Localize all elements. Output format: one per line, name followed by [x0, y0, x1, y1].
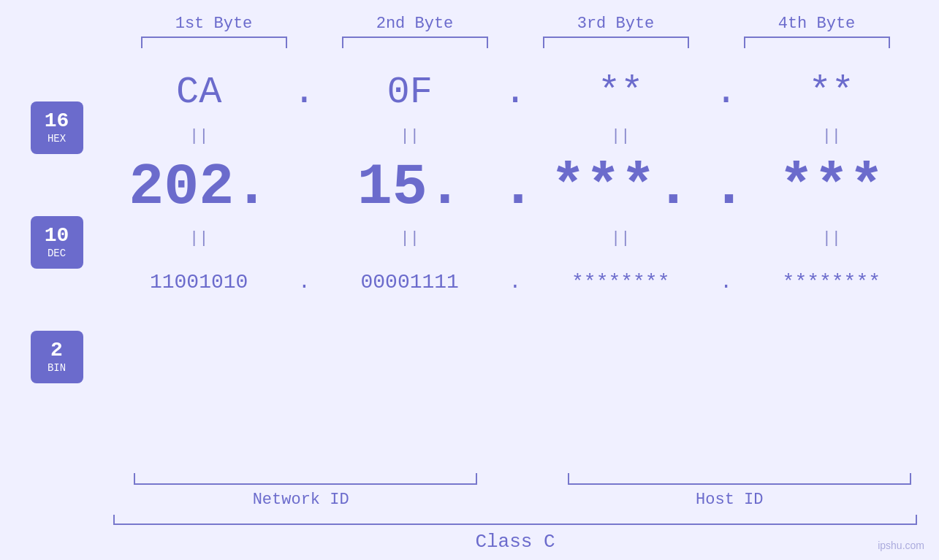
sep-2-1: ||	[118, 229, 279, 248]
header-row: 1st Byte 2nd Byte 3rd Byte 4th Byte	[113, 15, 939, 33]
badge-bin: 2 BIN	[31, 331, 83, 383]
page-container: 1st Byte 2nd Byte 3rd Byte 4th Byte 16 H…	[0, 0, 939, 560]
bottom-section: Network ID Host ID Class C	[113, 473, 939, 553]
byte-label-2: 2nd Byte	[335, 15, 495, 33]
bottom-brackets-row	[113, 473, 917, 485]
dec-dot-3: .	[712, 154, 741, 220]
top-bracket-2	[342, 37, 488, 48]
sep-1-3: ||	[540, 127, 701, 145]
badge-hex-number: 16	[45, 111, 69, 131]
badge-dec-label: DEC	[47, 248, 66, 259]
network-id-bracket-wrap	[126, 473, 477, 485]
class-label: Class C	[475, 531, 555, 553]
bin-val-3: ********	[540, 271, 701, 294]
dec-value-row: 202. 15. . ***. . ***	[113, 150, 917, 223]
byte-label-3: 3rd Byte	[536, 15, 696, 33]
hex-val-4: **	[751, 71, 912, 114]
byte-label-1: 1st Byte	[134, 15, 294, 33]
hex-value-row: CA . 0F . ** . **	[113, 63, 917, 121]
dec-val-3: ***.	[540, 154, 701, 220]
bin-val-4: ********	[751, 271, 912, 294]
bin-val-1: 11001010	[118, 271, 279, 294]
sep-row-1: || || || ||	[113, 121, 917, 150]
bin-dot-3: .	[712, 271, 741, 294]
sep-1-1: ||	[118, 127, 279, 145]
hex-dot-1: .	[289, 71, 319, 114]
sep-1-4: ||	[751, 127, 912, 145]
dec-val-2: 15.	[330, 154, 490, 220]
host-id-bracket	[568, 473, 911, 485]
hex-dot-3: .	[712, 71, 741, 114]
class-bracket-row	[113, 515, 917, 525]
dec-val-1: 202.	[118, 154, 279, 220]
sep-1-2: ||	[330, 127, 490, 145]
network-id-bracket	[134, 473, 477, 485]
sep-row-2: || || || ||	[113, 223, 917, 253]
badge-bin-number: 2	[50, 340, 63, 361]
class-label-row: Class C	[113, 531, 917, 553]
top-brackets-row	[113, 37, 939, 48]
dec-val-4: ***	[751, 154, 912, 220]
hex-val-3: **	[540, 71, 701, 114]
sep-2-2: ||	[330, 229, 490, 248]
class-bracket	[113, 515, 917, 525]
sep-2-4: ||	[751, 229, 912, 248]
main-content: 16 HEX 10 DEC 2 BIN CA . 0F	[0, 55, 939, 473]
top-bracket-3	[543, 37, 689, 48]
dec-dot-2: .	[501, 154, 530, 220]
watermark: ipshu.com	[878, 540, 924, 551]
host-id-label: Host ID	[554, 491, 905, 509]
badge-dec: 10 DEC	[31, 216, 83, 269]
bin-value-row: 11001010 . 00001111 . ******** . *******…	[113, 253, 917, 311]
hex-dot-2: .	[501, 71, 530, 114]
host-id-bracket-wrap	[560, 473, 911, 485]
bin-dot-2: .	[501, 271, 530, 294]
sep-2-3: ||	[540, 229, 701, 248]
values-area: CA . 0F . ** . ** || ||	[113, 55, 939, 473]
byte-label-4: 4th Byte	[737, 15, 897, 33]
badge-bin-label: BIN	[47, 362, 66, 374]
hex-val-1: CA	[118, 71, 279, 114]
badge-hex: 16 HEX	[31, 101, 83, 154]
badge-dec-number: 10	[45, 226, 69, 246]
top-bracket-1	[141, 37, 287, 48]
section-labels-row: Network ID Host ID	[113, 491, 917, 509]
badges-column: 16 HEX 10 DEC 2 BIN	[0, 55, 113, 473]
network-id-label: Network ID	[126, 491, 476, 509]
hex-val-2: 0F	[330, 71, 490, 114]
bin-dot-1: .	[289, 271, 319, 294]
top-bracket-4	[744, 37, 890, 48]
badge-hex-label: HEX	[47, 133, 66, 145]
bin-val-2: 00001111	[330, 271, 490, 294]
